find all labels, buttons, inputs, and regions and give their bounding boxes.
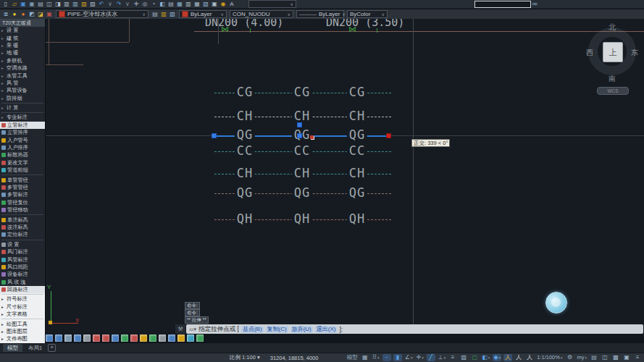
sidebar-item-入户排序[interactable]: 入户排序 (0, 144, 45, 151)
cmd-tool-10-icon[interactable] (130, 334, 138, 342)
ortho-icon[interactable]: ▮ (393, 354, 402, 361)
tab-layout1[interactable]: 布局1 (24, 344, 46, 352)
sidebar-item-标散热器[interactable]: 标散热器 (0, 151, 45, 159)
tab-model[interactable]: 模型 (3, 344, 22, 352)
autoscale-icon[interactable]: 人 (514, 354, 523, 361)
annotation-visibility-icon[interactable]: 人 (503, 354, 512, 361)
command-option-c[interactable]: 复制(C) (266, 326, 288, 333)
pipe-label-cc[interactable]: CC (347, 143, 367, 158)
cmd-tool-1-icon[interactable] (46, 334, 53, 342)
sidebar-item-多管管径[interactable]: 多管管径 (0, 184, 45, 191)
sidebar-item-更改文字[interactable]: 更改文字 (0, 159, 45, 167)
grip-midpoint-upper[interactable] (297, 122, 302, 127)
sidebar-item-文字表格[interactable]: ▸文字表格 (0, 311, 45, 318)
pan-icon[interactable]: ✛ (133, 1, 140, 8)
command-line[interactable]: ▭▾ 指定拉伸点或 [ 基点(B)复制(C)放弃(U)退出(X) ]: (186, 324, 643, 334)
reference-line[interactable] (413, 19, 414, 327)
sidebar-item-立管排序[interactable]: 立管排序 (0, 129, 45, 136)
grip-endpoint-left[interactable] (212, 133, 217, 138)
gizmo-icon[interactable]: ◧▾ (481, 354, 490, 361)
infer-constraints-icon[interactable]: − (382, 354, 391, 361)
command-customize-wrench-icon[interactable]: ⚒ (175, 324, 185, 334)
cmd-tool-12-icon[interactable] (149, 334, 156, 342)
redo-drop-icon[interactable]: ∨ (124, 1, 131, 8)
layer-on-icon[interactable]: ● (11, 11, 18, 18)
qnew-text-icon[interactable]: ▣ (211, 1, 218, 8)
object-snap-tracking-icon[interactable]: ✛▾ (415, 354, 424, 361)
isodraft-icon[interactable]: ╱ (427, 354, 435, 361)
sidebar-item-设置[interactable]: ▸设 置 (0, 27, 45, 34)
pipe-label-cc[interactable]: CC (235, 143, 255, 158)
pipe-line-dn200[interactable] (194, 31, 644, 32)
plotstyle-combo[interactable]: ByColor ∨ (347, 10, 388, 18)
cmd-tool-8-icon[interactable] (112, 334, 119, 342)
sidebar-title[interactable]: T20天正暖通 (0, 19, 45, 27)
paste-icon[interactable]: ▧ (80, 1, 88, 8)
sidebar-item-文件布图[interactable]: ▸文件布图 (0, 335, 45, 342)
search-apply-icon[interactable]: ≔ (531, 1, 538, 8)
sidebar-item-计算[interactable]: ▸计 算 (0, 104, 45, 111)
cmd-tool-11-icon[interactable] (140, 334, 147, 342)
undo-icon[interactable]: ↶ (98, 1, 105, 8)
recent-commands-icon[interactable]: ▭▾ (189, 327, 196, 332)
annotation-scale-icon[interactable]: 人 (525, 354, 534, 361)
sheet-set-icon[interactable]: ▦ (193, 1, 201, 8)
dynamic-input-icon[interactable]: ◆▾ (493, 354, 501, 361)
pipe-label-cg[interactable]: CG (347, 85, 367, 99)
sidebar-item-连注标高[interactable]: 连注标高 (0, 224, 45, 231)
sidebar-item-水管工具[interactable]: ▸水管工具 (0, 72, 45, 79)
sidebar-item-单管管径[interactable]: 单管管径 (0, 176, 45, 183)
sidebar-item-专业标注[interactable]: ▸专业标注 (0, 114, 45, 121)
cmd-tool-4-icon[interactable] (74, 334, 81, 342)
viewcube-top-face[interactable]: 上 (603, 42, 623, 62)
grid-icon[interactable]: ▦ (361, 354, 369, 361)
text-style-icon[interactable]: A (228, 1, 235, 8)
sidebar-item-管道粗细[interactable]: 管道粗细 (0, 167, 45, 174)
make-current-icon[interactable]: ▤ (151, 11, 159, 18)
sidebar-item-绘图工具[interactable]: ▸绘图工具 (0, 320, 45, 327)
sidebar-item-管径复位[interactable]: 管径复位 (0, 199, 45, 206)
sidebar-item-地暖[interactable]: ▸地 暖 (0, 49, 45, 56)
pipe-label-qg[interactable]: QG (347, 127, 367, 142)
pipe-dn-label[interactable]: DN200 (4.00) (205, 19, 283, 29)
pipe-label-cg[interactable]: CG (292, 85, 312, 99)
layer-states-icon[interactable]: ▧ (169, 11, 176, 18)
save-as-icon[interactable]: ▣ (28, 1, 35, 8)
sidebar-item-空调水路[interactable]: ▸空调水路 (0, 64, 45, 72)
quick-properties-icon[interactable]: ▤ (590, 354, 598, 361)
sidebar-item-符号标注[interactable]: ▸符号标注 (0, 295, 45, 303)
reference-line[interactable] (218, 19, 219, 44)
scale-button[interactable]: 比例 1:100 ▾ (230, 354, 260, 361)
pipe-label-ch[interactable]: CH (347, 166, 367, 180)
command-option-x[interactable]: 退出(X) (315, 326, 338, 333)
cmd-tool-7-icon[interactable] (102, 334, 109, 342)
sidebar-item-风玫瑰[interactable]: 风 玫 瑰 (0, 279, 45, 286)
viewcube[interactable]: 北 南 西 东 上 WCS (588, 25, 636, 106)
undo-drop-icon[interactable]: ∨ (106, 1, 114, 8)
tool-palettes-icon[interactable]: ▥ (185, 1, 192, 8)
pipe-dn-label[interactable]: DN200 (3.50) (326, 19, 404, 29)
annotation-scale-value[interactable]: 1:1/100%▾ (536, 354, 563, 361)
sidebar-item-防排烟[interactable]: ▸防排烟 (0, 95, 45, 102)
sidebar-item-图库图层[interactable]: ▸图库图层 (0, 328, 45, 335)
cmd-tool-13-icon[interactable] (159, 334, 166, 342)
cmd-tool-2-icon[interactable] (55, 334, 62, 342)
zoom-previous-icon[interactable]: ◧ (159, 1, 166, 8)
sidebar-item-尺寸标注[interactable]: ▸尺寸标注 (0, 303, 45, 311)
sidebar-item-设置[interactable]: 设 置 (0, 241, 45, 248)
pipe-label-qh[interactable]: QH (347, 211, 367, 226)
sidebar-item-单注标高[interactable]: 单注标高 (0, 216, 45, 223)
match-properties-icon[interactable]: ▨ (89, 1, 96, 8)
graphics-performance-icon[interactable]: ▩ (611, 354, 620, 361)
cmd-tool-5-icon[interactable] (83, 334, 91, 342)
isolate-objects-icon[interactable]: ◫ (601, 354, 609, 361)
sidebar-item-风管[interactable]: ▸风 管 (0, 80, 45, 87)
drawing-canvas[interactable]: DN200 (4.00)DN200 (3.50) ⋈ ⋈ CGCGCGCHCHC… (45, 19, 644, 334)
sidebar-item-风口间距[interactable]: 风口间距 (0, 264, 45, 271)
save-icon[interactable]: ▣ (20, 1, 27, 8)
layer-combo[interactable]: PIPE-空冷却水供水 ∨ (56, 10, 149, 18)
valve-icon[interactable]: ⋈ (348, 25, 356, 33)
valve-icon[interactable]: ⋈ (221, 25, 229, 33)
grip-endpoint-hot[interactable] (386, 133, 391, 138)
layer-properties-icon[interactable]: ≣ (2, 11, 9, 18)
